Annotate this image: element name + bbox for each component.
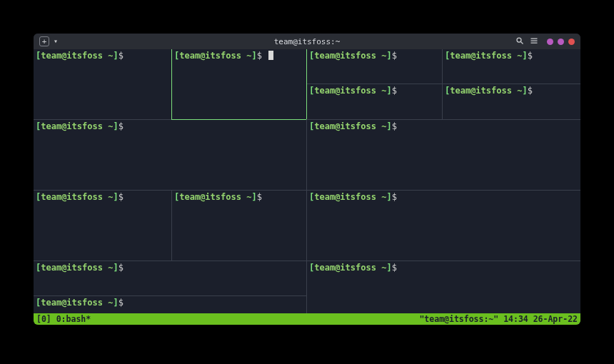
tmux-status-right: "team@itsfoss:~" 14:34 26-Apr-22	[419, 314, 578, 324]
tmux-divider	[34, 119, 580, 120]
svg-line-1	[521, 42, 523, 44]
tmux-status-bar: [0] 0:bash* "team@itsfoss:~" 14:34 26-Ap…	[34, 313, 580, 325]
tmux-pane[interactable]: [team@itsfoss ~]$	[307, 191, 580, 261]
tmux-pane[interactable]: [team@itsfoss ~]$	[34, 191, 171, 261]
new-tab-button[interactable]: +	[39, 36, 49, 46]
tmux-divider	[34, 190, 580, 191]
tmux-divider	[172, 119, 307, 120]
tmux-pane[interactable]: [team@itsfoss ~]$	[307, 49, 442, 84]
tmux-pane[interactable]: [team@itsfoss ~]$	[307, 261, 580, 313]
tmux-divider	[171, 49, 172, 120]
tmux-divider	[34, 295, 306, 296]
tmux-divider	[171, 191, 172, 261]
tab-dropdown-icon[interactable]: ▾	[54, 38, 58, 45]
tmux-status-left: [0] 0:bash*	[36, 314, 91, 324]
search-icon[interactable]	[515, 36, 524, 46]
tmux-pane[interactable]: [team@itsfoss ~]$	[307, 84, 442, 119]
tmux-pane[interactable]: [team@itsfoss ~]$	[34, 49, 171, 119]
tmux-pane-active[interactable]: [team@itsfoss ~]$	[172, 49, 306, 119]
tmux-pane[interactable]: [team@itsfoss ~]$	[34, 261, 306, 295]
window-title: team@itsfoss:~	[274, 37, 341, 46]
minimize-button[interactable]	[547, 39, 553, 45]
text-cursor	[268, 51, 273, 60]
tmux-pane-area[interactable]: [team@itsfoss ~]$ [team@itsfoss ~]$ [tea…	[34, 49, 580, 313]
maximize-button[interactable]	[558, 39, 564, 45]
svg-point-0	[517, 38, 521, 42]
tmux-pane[interactable]: [team@itsfoss ~]$	[34, 296, 306, 313]
tmux-pane[interactable]: [team@itsfoss ~]$	[443, 49, 580, 84]
tmux-divider	[307, 84, 580, 84]
titlebar: + ▾ team@itsfoss:~	[34, 34, 580, 49]
terminal-window: + ▾ team@itsfoss:~	[34, 34, 580, 325]
hamburger-menu-icon[interactable]	[530, 36, 538, 46]
tmux-pane[interactable]: [team@itsfoss ~]$	[307, 120, 580, 190]
tmux-pane[interactable]: [team@itsfoss ~]$	[34, 120, 306, 190]
tmux-divider	[306, 49, 307, 119]
tmux-pane[interactable]: [team@itsfoss ~]$	[172, 191, 306, 261]
close-button[interactable]	[568, 39, 575, 45]
tmux-divider	[34, 261, 580, 261]
tmux-divider	[442, 49, 443, 119]
tmux-pane[interactable]: [team@itsfoss ~]$	[443, 84, 580, 119]
